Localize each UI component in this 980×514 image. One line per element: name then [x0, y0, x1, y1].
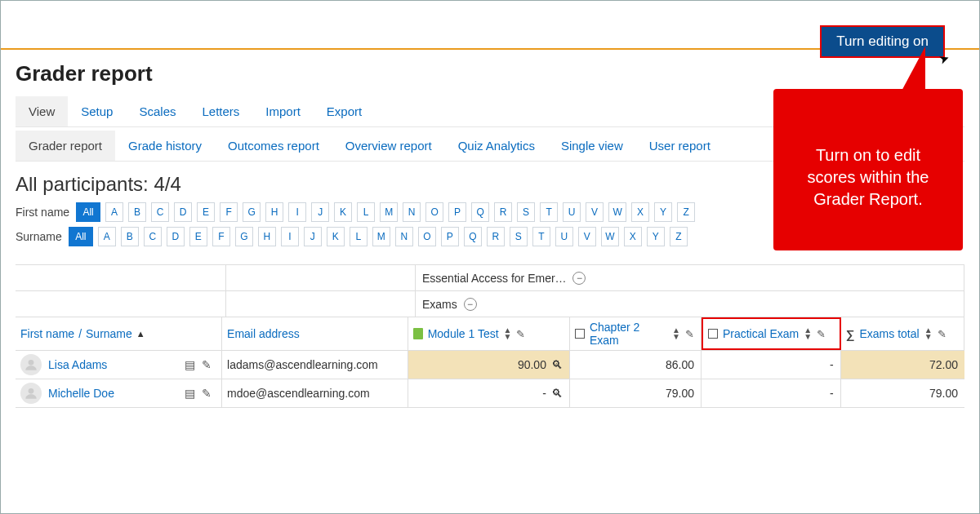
filter-letter-c[interactable]: C [151, 202, 169, 222]
pencil-icon[interactable]: ✎ [202, 358, 212, 371]
filter-letter-k[interactable]: K [327, 227, 345, 246]
filter-letter-m[interactable]: M [372, 227, 390, 246]
email-header[interactable]: Email address [222, 317, 408, 350]
filter-letter-t[interactable]: T [532, 227, 550, 246]
filter-letter-l[interactable]: L [357, 202, 375, 222]
sort-icon[interactable]: ▲▼ [804, 327, 812, 340]
filter-letter-r[interactable]: R [494, 202, 512, 222]
magnify-icon[interactable]: 🔍︎ [551, 387, 563, 400]
tab-user-report[interactable]: User report [636, 131, 724, 161]
filter-letter-s[interactable]: S [510, 227, 528, 246]
filter-letter-o[interactable]: O [418, 227, 436, 246]
filter-letter-w[interactable]: W [601, 227, 619, 246]
filter-letter-a[interactable]: A [105, 202, 123, 222]
collapse-icon[interactable]: − [572, 272, 586, 285]
filter-letter-z[interactable]: Z [670, 227, 688, 246]
pencil-icon[interactable]: ✎ [516, 328, 525, 340]
filter-letter-z[interactable]: Z [677, 202, 695, 222]
tab-setup[interactable]: Setup [68, 96, 126, 126]
pencil-icon[interactable]: ✎ [685, 328, 694, 340]
module1-header[interactable]: Module 1 Test ▲▼ ✎ [408, 317, 570, 350]
filter-letter-p[interactable]: P [441, 227, 459, 246]
filter-letter-c[interactable]: C [144, 227, 162, 246]
filter-letter-w[interactable]: W [608, 202, 626, 222]
filter-letter-g[interactable]: G [235, 227, 253, 246]
filter-letter-i[interactable]: I [281, 227, 299, 246]
filter-all-button[interactable]: All [69, 227, 93, 246]
tab-grader-report[interactable]: Grader report [16, 131, 115, 161]
filter-letter-h[interactable]: H [265, 202, 283, 222]
tab-quiz-analytics[interactable]: Quiz Analytics [445, 131, 548, 161]
filter-letter-h[interactable]: H [258, 227, 276, 246]
surname-header-label[interactable]: Surname [86, 327, 132, 340]
filter-letter-a[interactable]: A [98, 227, 116, 246]
tab-import[interactable]: Import [252, 96, 314, 126]
filter-letter-o[interactable]: O [425, 202, 443, 222]
filter-letter-f[interactable]: F [212, 227, 230, 246]
filter-letter-v[interactable]: V [586, 202, 604, 222]
filter-letter-g[interactable]: G [243, 202, 261, 222]
filter-letter-x[interactable]: X [631, 202, 649, 222]
filter-letter-k[interactable]: K [334, 202, 352, 222]
turn-editing-on-button[interactable]: Turn editing on [820, 25, 945, 58]
tab-outcomes-report[interactable]: Outcomes report [215, 131, 332, 161]
filter-letter-j[interactable]: J [304, 227, 322, 246]
pencil-icon[interactable]: ✎ [202, 387, 212, 400]
tab-single-view[interactable]: Single view [548, 131, 636, 161]
book-icon[interactable]: ▤ [185, 358, 195, 371]
filter-letter-j[interactable]: J [311, 202, 329, 222]
magnify-icon[interactable]: 🔍︎ [551, 358, 563, 371]
filter-letter-q[interactable]: Q [464, 227, 482, 246]
tab-grade-history[interactable]: Grade history [115, 131, 215, 161]
filter-letter-e[interactable]: E [197, 202, 215, 222]
filter-letter-e[interactable]: E [189, 227, 207, 246]
tab-view[interactable]: View [16, 96, 68, 126]
filter-letter-r[interactable]: R [487, 227, 505, 246]
filter-letter-n[interactable]: N [403, 202, 421, 222]
practical-header-label: Practical Exam [723, 327, 799, 340]
practical-header[interactable]: Practical Exam ▲▼ ✎ [702, 317, 841, 350]
firstname-header-label[interactable]: First name [20, 327, 74, 340]
practical-score-cell: - [702, 379, 841, 407]
filter-letter-b[interactable]: B [121, 227, 139, 246]
collapse-icon[interactable]: − [464, 298, 477, 311]
student-name-link[interactable]: Michelle Doe [48, 387, 114, 400]
chapter2-header[interactable]: Chapter 2 Exam ▲▼ ✎ [570, 317, 702, 350]
grade-value: - [542, 387, 546, 400]
filter-letter-d[interactable]: D [174, 202, 192, 222]
filter-letter-b[interactable]: B [128, 202, 146, 222]
filter-letter-t[interactable]: T [540, 202, 558, 222]
filter-letter-m[interactable]: M [380, 202, 398, 222]
tab-export[interactable]: Export [314, 96, 375, 126]
filter-letter-q[interactable]: Q [471, 202, 489, 222]
filter-letter-x[interactable]: X [624, 227, 642, 246]
sort-icon[interactable]: ▲▼ [672, 327, 680, 340]
sigma-icon: ∑ [846, 327, 855, 341]
filter-letter-y[interactable]: Y [654, 202, 672, 222]
filter-letter-l[interactable]: L [350, 227, 368, 246]
filter-all-button[interactable]: All [76, 202, 100, 222]
grades-grid: Essential Access for Emer… − Exams − Fir… [16, 264, 964, 408]
tab-letters[interactable]: Letters [189, 96, 252, 126]
student-name-link[interactable]: Lisa Adams [48, 358, 107, 371]
sort-asc-icon[interactable]: ▲ [136, 329, 145, 339]
filter-letter-y[interactable]: Y [647, 227, 665, 246]
filter-letter-u[interactable]: U [555, 227, 573, 246]
pencil-icon[interactable]: ✎ [938, 328, 947, 340]
total-header[interactable]: ∑ Exams total ▲▼ ✎ [841, 317, 964, 350]
filter-letter-u[interactable]: U [563, 202, 581, 222]
name-header[interactable]: First name / Surname ▲ [16, 317, 222, 350]
filter-letter-v[interactable]: V [578, 227, 596, 246]
filter-letter-d[interactable]: D [167, 227, 185, 246]
tab-scales[interactable]: Scales [126, 96, 189, 126]
sort-icon[interactable]: ▲▼ [924, 327, 933, 340]
filter-letter-f[interactable]: F [220, 202, 238, 222]
sort-icon[interactable]: ▲▼ [504, 327, 512, 340]
tab-overview-report[interactable]: Overview report [332, 131, 445, 161]
filter-letter-s[interactable]: S [517, 202, 535, 222]
filter-letter-i[interactable]: I [288, 202, 306, 222]
book-icon[interactable]: ▤ [185, 387, 195, 400]
filter-letter-p[interactable]: P [448, 202, 466, 222]
pencil-icon[interactable]: ✎ [817, 328, 826, 340]
filter-letter-n[interactable]: N [395, 227, 413, 246]
